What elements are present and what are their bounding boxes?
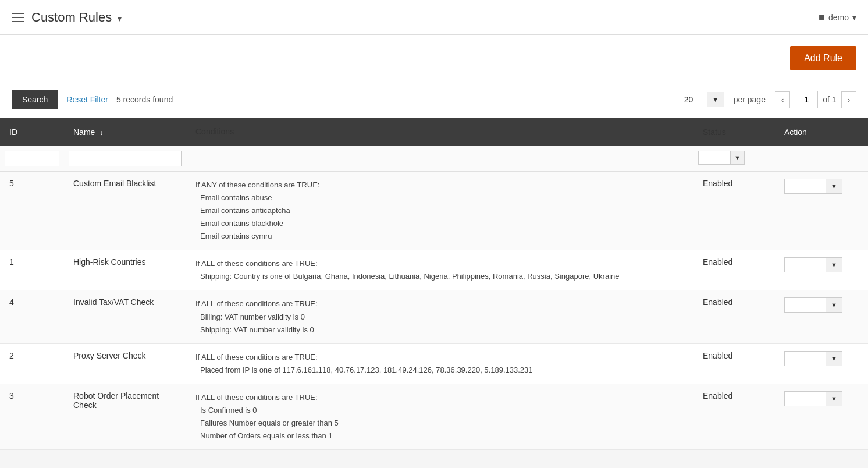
cell-action: ▼ (775, 343, 868, 384)
cell-conditions: If ALL of these conditions are TRUE:Ship… (186, 250, 693, 290)
user-icon: ■ (819, 11, 825, 23)
rules-table-container: ID Name ↓ Conditions Status Action (0, 118, 868, 450)
cell-name: Custom Email Blacklist (64, 171, 186, 250)
action-select-value (785, 302, 826, 309)
pagination-controls: 20 ▼ per page ‹ of 1 › (678, 91, 856, 108)
header: Custom Rules ▾ ■ demo ▾ (0, 0, 868, 35)
table-row: 1High-Risk CountriesIf ALL of these cond… (0, 250, 868, 290)
action-select[interactable]: ▼ (784, 179, 842, 194)
action-select[interactable]: ▼ (784, 297, 842, 313)
cell-id: 4 (0, 290, 64, 343)
cell-id: 3 (0, 384, 64, 449)
conditions-header: If ALL of these conditions are TRUE: (195, 299, 318, 308)
cell-conditions: If ALL of these conditions are TRUE:Is C… (186, 384, 693, 449)
cell-status: Enabled (693, 250, 775, 290)
cell-name: Proxy Server Check (64, 343, 186, 384)
column-header-status: Status (693, 118, 775, 146)
filter-status-arrow-icon[interactable]: ▼ (730, 151, 744, 164)
conditions-header: If ALL of these conditions are TRUE: (195, 393, 318, 402)
search-bar: Search Reset Filter 5 records found 20 ▼… (0, 81, 868, 118)
cell-status: Enabled (693, 343, 775, 384)
sort-arrow-icon: ↓ (99, 129, 103, 137)
action-select-arrow-icon[interactable]: ▼ (826, 352, 842, 366)
action-select-arrow-icon[interactable]: ▼ (826, 392, 842, 406)
cell-id: 5 (0, 171, 64, 250)
page-input[interactable] (795, 91, 818, 108)
hamburger-menu-icon[interactable] (12, 13, 24, 22)
prev-page-button[interactable]: ‹ (775, 91, 790, 108)
condition-line: Email contains anticaptcha (200, 204, 684, 217)
page-title-text: Custom Rules (31, 10, 112, 24)
add-rule-button[interactable]: Add Rule (790, 46, 856, 70)
condition-line: Email contains blackhole (200, 217, 684, 230)
filter-id-cell (0, 146, 64, 172)
per-page-label: per page (729, 95, 770, 104)
conditions-header: If ALL of these conditions are TRUE: (195, 353, 318, 361)
condition-line: Email contains cymru (200, 230, 684, 243)
column-header-conditions: Conditions (186, 118, 693, 146)
action-select-value (785, 183, 826, 190)
table-row: 4Invalid Tax/VAT CheckIf ALL of these co… (0, 290, 868, 343)
condition-line: Shipping: Country is one of Bulgaria, Gh… (200, 270, 684, 283)
per-page-value: 20 (678, 91, 707, 108)
filter-conditions-cell (186, 146, 693, 172)
filter-status-cell: ▼ (693, 146, 775, 172)
condition-line: Email contains abuse (200, 192, 684, 204)
filter-action-cell (775, 146, 868, 172)
cell-id: 1 (0, 250, 64, 290)
column-header-action: Action (775, 118, 868, 146)
cell-id: 2 (0, 343, 64, 384)
condition-line: Placed from IP is one of 117.6.161.118, … (200, 364, 684, 377)
cell-action: ▼ (775, 384, 868, 449)
filter-status-select[interactable]: ▼ (698, 151, 745, 165)
page-title-arrow-icon[interactable]: ▾ (118, 14, 122, 23)
filter-status-value (699, 155, 730, 161)
cell-conditions: If ALL of these conditions are TRUE:Plac… (186, 343, 693, 384)
action-select[interactable]: ▼ (784, 257, 842, 272)
page-total: of 1 (823, 95, 836, 104)
page-title: Custom Rules ▾ (31, 10, 122, 25)
filter-row: ▼ (0, 146, 868, 172)
filter-name-input[interactable] (69, 151, 182, 166)
condition-line: Number of Orders equals or less than 1 (200, 430, 684, 442)
cell-action: ▼ (775, 250, 868, 290)
action-select-value (785, 261, 826, 268)
cell-status: Enabled (693, 384, 775, 449)
user-dropdown-arrow-icon: ▾ (852, 13, 856, 22)
reset-filter-link[interactable]: Reset Filter (66, 95, 108, 104)
conditions-header: If ALL of these conditions are TRUE: (195, 259, 318, 268)
cell-action: ▼ (775, 171, 868, 250)
filter-id-input[interactable] (5, 151, 59, 166)
next-page-button[interactable]: › (841, 91, 856, 108)
user-menu[interactable]: ■ demo ▾ (819, 11, 856, 23)
search-button[interactable]: Search (12, 90, 58, 109)
column-header-id: ID (0, 118, 64, 146)
action-select-value (785, 395, 826, 402)
cell-name: Invalid Tax/VAT Check (64, 290, 186, 343)
condition-line: Failures Number equals or greater than 5 (200, 417, 684, 430)
action-select-arrow-icon[interactable]: ▼ (826, 298, 842, 312)
condition-line: Is Confirmed is 0 (200, 404, 684, 417)
per-page-select[interactable]: 20 ▼ (678, 91, 724, 108)
cell-status: Enabled (693, 171, 775, 250)
condition-line: Billing: VAT number validity is 0 (200, 311, 684, 324)
header-left: Custom Rules ▾ (12, 10, 122, 25)
column-header-name[interactable]: Name ↓ (64, 118, 186, 146)
filter-name-cell (64, 146, 186, 172)
cell-status: Enabled (693, 290, 775, 343)
table-row: 5Custom Email BlacklistIf ANY of these c… (0, 171, 868, 250)
rules-table: ID Name ↓ Conditions Status Action (0, 118, 868, 450)
action-select-arrow-icon[interactable]: ▼ (826, 258, 842, 272)
action-select[interactable]: ▼ (784, 351, 842, 366)
records-found: 5 records found (116, 95, 670, 104)
cell-conditions: If ANY of these conditions are TRUE:Emai… (186, 171, 693, 250)
action-select-arrow-icon[interactable]: ▼ (826, 179, 842, 193)
user-label: demo (828, 13, 849, 22)
conditions-header: If ANY of these conditions are TRUE: (195, 180, 319, 189)
per-page-dropdown-arrow-icon[interactable]: ▼ (707, 92, 724, 107)
action-select[interactable]: ▼ (784, 391, 842, 406)
toolbar: Add Rule (0, 35, 868, 81)
condition-line: Shipping: VAT number validity is 0 (200, 324, 684, 336)
table-row: 2Proxy Server CheckIf ALL of these condi… (0, 343, 868, 384)
table-row: 3Robot Order Placement CheckIf ALL of th… (0, 384, 868, 449)
